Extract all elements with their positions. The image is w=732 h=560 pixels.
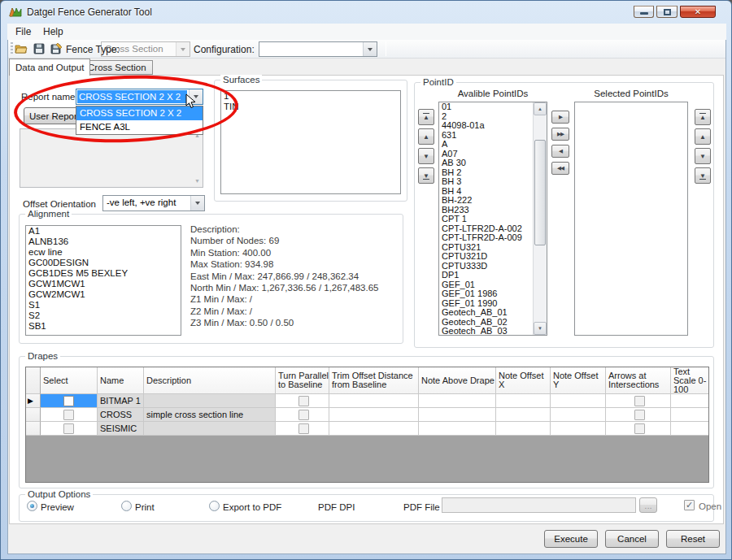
export-to-pdf-radio[interactable] (209, 501, 220, 511)
selected-move-down-button[interactable]: ▼ (695, 148, 711, 164)
select-cell[interactable] (41, 394, 98, 408)
offset-orientation-dropdown-button[interactable] (190, 196, 204, 211)
list-item[interactable]: A (439, 140, 533, 150)
open-file-icon[interactable] (15, 42, 28, 55)
list-item[interactable]: GCB1DES M5 BEXLEY (26, 268, 181, 279)
column-header[interactable]: Arrows at Intersections (606, 367, 671, 394)
column-header[interactable]: Note Above Drape (419, 367, 496, 394)
row-header-cell[interactable] (26, 422, 41, 436)
arrows-cell[interactable] (606, 394, 671, 408)
note-offset-y-cell[interactable] (551, 422, 606, 436)
description-cell[interactable] (144, 422, 276, 436)
list-item[interactable]: S1 (26, 300, 181, 310)
trim-offset-cell[interactable] (329, 408, 419, 422)
row-header-cell[interactable] (26, 408, 41, 422)
list-item[interactable]: CPT 1 (439, 215, 533, 224)
column-header[interactable]: Description (144, 367, 276, 394)
selected-move-up-button[interactable]: ▲ (695, 128, 711, 145)
select-cell[interactable] (41, 422, 98, 436)
selected-move-last-button[interactable]: ▼ (695, 167, 711, 184)
menu-help[interactable]: Help (43, 26, 63, 37)
list-item[interactable]: BH 3 (439, 177, 533, 187)
print-radio[interactable] (121, 501, 132, 511)
arrows-cell[interactable] (606, 408, 671, 422)
note-offset-y-cell[interactable] (551, 394, 606, 408)
select-checkbox[interactable] (63, 410, 74, 420)
text-scale-cell[interactable] (671, 394, 708, 408)
title-bar[interactable]: Datgel Fence Generator Tool ✕ (1, 1, 732, 24)
list-item[interactable]: Geotech_AB_01 (439, 308, 533, 318)
list-item[interactable]: DP1 (439, 271, 533, 280)
column-header[interactable]: Note Offset X (496, 367, 551, 394)
turn-parallel-checkbox[interactable] (298, 423, 309, 434)
list-item[interactable]: ALNB136 (26, 237, 181, 247)
available-pointids-listbox[interactable]: 01244098-01a631AA07AB 30BH 2BH 3BH 4BH-2… (438, 102, 547, 336)
text-scale-cell[interactable] (671, 408, 708, 422)
surfaces-listbox[interactable]: 1TIN (220, 90, 401, 194)
list-item[interactable]: GCW1MCW1 (26, 279, 181, 289)
available-move-last-button[interactable]: ▼ (418, 167, 434, 184)
scrollbar-down-button[interactable]: ▼ (534, 322, 547, 335)
name-cell[interactable]: CROSS (98, 408, 144, 422)
text-scale-cell[interactable] (671, 422, 708, 436)
arrows-checkbox[interactable] (634, 410, 645, 420)
transfer-all-left-button[interactable]: ◀◀ (551, 162, 569, 175)
reset-button[interactable]: Reset (666, 530, 720, 548)
list-item[interactable]: CPT-LTFR2D-A-009 (439, 233, 533, 243)
tab-cross-section[interactable]: Cross Section (81, 60, 153, 75)
arrows-checkbox[interactable] (634, 396, 645, 406)
list-item[interactable]: S2 (26, 310, 181, 321)
alignment-listbox[interactable]: A1ALNB136ecw lineGC00DESIGNGCB1DES M5 BE… (25, 225, 181, 336)
scrollbar[interactable]: ▲ ▼ (533, 102, 547, 335)
column-header[interactable]: Note Offset Y (551, 367, 606, 394)
select-cell[interactable] (41, 408, 98, 422)
list-item[interactable]: SB1 (26, 321, 181, 332)
tab-data-and-output[interactable]: Data and Output (9, 59, 90, 76)
arrows-cell[interactable] (606, 422, 671, 436)
configuration-combobox[interactable] (259, 41, 377, 57)
column-header[interactable]: Turn Parallel to Baseline (276, 367, 329, 394)
execute-button[interactable]: Execute (544, 530, 598, 548)
turn-parallel-checkbox[interactable] (298, 396, 309, 406)
maximize-button[interactable] (656, 6, 678, 18)
list-item[interactable]: A1 (26, 226, 181, 237)
note-above-cell[interactable] (419, 408, 496, 422)
selected-move-first-button[interactable]: ▲ (695, 109, 711, 125)
note-offset-x-cell[interactable] (496, 422, 551, 436)
turn-parallel-cell[interactable] (276, 408, 329, 422)
transfer-right-button[interactable]: ▶ (551, 111, 569, 124)
cancel-button[interactable]: Cancel (605, 530, 659, 548)
trim-offset-cell[interactable] (329, 394, 419, 408)
column-header[interactable]: Text Scale 0-100 (671, 367, 708, 394)
selected-pointids-listbox[interactable] (574, 102, 688, 336)
note-offset-x-cell[interactable] (496, 408, 551, 422)
available-move-first-button[interactable]: ▲ (418, 109, 434, 125)
name-cell[interactable]: SEISMIC (98, 422, 144, 436)
save-icon[interactable] (33, 42, 46, 55)
configuration-dropdown-button[interactable] (363, 42, 377, 56)
list-item[interactable]: 01 (439, 102, 533, 112)
arrows-checkbox[interactable] (634, 423, 645, 434)
available-move-down-button[interactable]: ▼ (418, 148, 434, 164)
description-cell[interactable]: simple cross section line (144, 408, 276, 422)
menu-file[interactable]: File (15, 26, 31, 37)
list-item[interactable]: Geotech_AB_03 (439, 327, 533, 335)
note-offset-x-cell[interactable] (496, 394, 551, 408)
list-item[interactable]: GC00DESIGN (26, 258, 181, 268)
name-cell[interactable]: BITMAP 1 (98, 394, 144, 408)
preview-radio[interactable] (27, 501, 37, 511)
select-checkbox[interactable] (63, 396, 74, 406)
column-header[interactable]: Trim Offset Distance from Baseline (329, 367, 419, 394)
column-header[interactable]: Name (98, 367, 144, 394)
note-offset-y-cell[interactable] (551, 408, 606, 422)
available-move-up-button[interactable]: ▲ (418, 128, 434, 145)
transfer-all-right-button[interactable]: ▶▶ (551, 128, 569, 141)
list-item[interactable]: AB 30 (439, 158, 533, 168)
list-item[interactable]: GEF_01 1986 (439, 289, 533, 299)
scrollbar-thumb[interactable] (534, 140, 546, 245)
scrollbar-up-button[interactable]: ▲ (534, 102, 547, 115)
description-cell[interactable] (144, 394, 276, 408)
turn-parallel-checkbox[interactable] (298, 410, 309, 420)
list-item[interactable]: ecw line (26, 247, 181, 258)
toolbar-grip[interactable] (11, 42, 13, 55)
